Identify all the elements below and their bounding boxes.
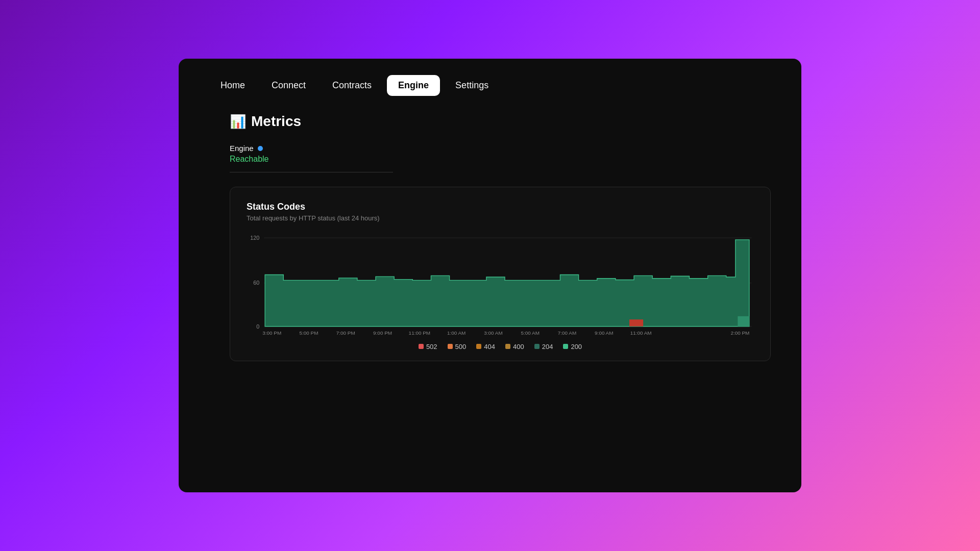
- legend-dot-404: [476, 344, 481, 349]
- legend-502: 502: [419, 343, 437, 350]
- chart-card: Status Codes Total requests by HTTP stat…: [230, 187, 771, 361]
- svg-text:7:00 PM: 7:00 PM: [336, 330, 355, 336]
- legend-400: 400: [505, 343, 524, 350]
- svg-text:11:00 AM: 11:00 AM: [630, 330, 652, 336]
- nav-home[interactable]: Home: [209, 75, 256, 96]
- legend-label-200: 200: [571, 343, 582, 350]
- legend-dot-502: [419, 344, 424, 349]
- legend-500: 500: [448, 343, 467, 350]
- legend-dot-204: [534, 344, 540, 349]
- svg-text:60: 60: [253, 280, 259, 286]
- svg-text:0: 0: [256, 323, 259, 330]
- svg-text:9:00 PM: 9:00 PM: [373, 330, 392, 336]
- legend-204: 204: [534, 343, 553, 350]
- svg-text:3:00 AM: 3:00 AM: [484, 330, 502, 336]
- nav-engine[interactable]: Engine: [387, 75, 440, 96]
- metrics-heading: 📊 Metrics: [230, 113, 771, 130]
- chart-title: Status Codes: [247, 202, 754, 212]
- engine-label-text: Engine: [230, 144, 254, 153]
- nav-settings[interactable]: Settings: [444, 75, 500, 96]
- svg-text:2:00 PM: 2:00 PM: [730, 330, 749, 336]
- svg-text:11:00 PM: 11:00 PM: [409, 330, 430, 336]
- svg-text:120: 120: [250, 235, 259, 241]
- chart-subtitle: Total requests by HTTP status (last 24 h…: [247, 214, 754, 222]
- legend-label-500: 500: [455, 343, 467, 350]
- svg-text:5:00 AM: 5:00 AM: [521, 330, 540, 336]
- legend-200: 200: [563, 343, 582, 350]
- main-nav: Home Connect Contracts Engine Settings: [179, 59, 801, 108]
- legend-dot-200: [563, 344, 568, 349]
- divider: [230, 172, 393, 172]
- svg-text:7:00 AM: 7:00 AM: [558, 330, 576, 336]
- engine-label-row: Engine: [230, 144, 771, 153]
- metrics-title: Metrics: [251, 113, 301, 130]
- engine-status: Engine Reachable: [230, 144, 771, 164]
- legend-label-502: 502: [426, 343, 437, 350]
- nav-contracts[interactable]: Contracts: [321, 75, 383, 96]
- legend-label-204: 204: [542, 343, 553, 350]
- legend-label-400: 400: [513, 343, 524, 350]
- svg-text:9:00 AM: 9:00 AM: [595, 330, 613, 336]
- legend-dot-400: [505, 344, 510, 349]
- svg-text:1:00 AM: 1:00 AM: [447, 330, 465, 336]
- chart-area: 120 60 0 3:00 PM: [247, 234, 754, 336]
- svg-text:5:00 PM: 5:00 PM: [300, 330, 318, 336]
- app-window: Home Connect Contracts Engine Settings 📊…: [179, 59, 801, 492]
- legend-label-404: 404: [484, 343, 495, 350]
- status-dot: [258, 146, 263, 151]
- chart-icon: 📊: [230, 114, 246, 130]
- legend-404: 404: [476, 343, 495, 350]
- chart-svg: 120 60 0 3:00 PM: [247, 234, 754, 336]
- legend-dot-500: [448, 344, 453, 349]
- chart-legend: 502 500 404 400 204: [247, 343, 754, 350]
- main-content: 📊 Metrics Engine Reachable Status Codes …: [179, 108, 801, 371]
- svg-rect-7: [738, 316, 749, 327]
- svg-rect-6: [629, 319, 643, 327]
- nav-connect[interactable]: Connect: [260, 75, 317, 96]
- reachable-status: Reachable: [230, 155, 771, 164]
- svg-text:3:00 PM: 3:00 PM: [262, 330, 281, 336]
